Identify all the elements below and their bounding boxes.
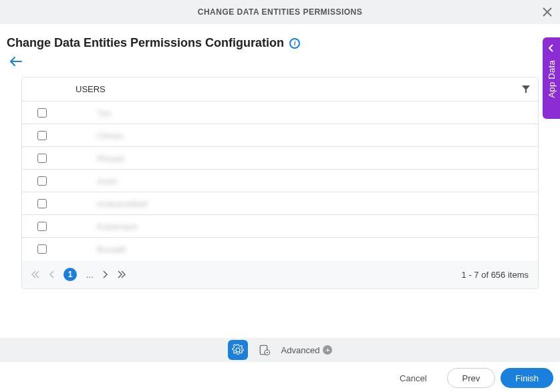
row-name-cell: Cilmes — [62, 130, 538, 142]
user-name: Rhoast — [97, 154, 124, 164]
users-table: USERS Tps Cilmes Rhoast Asert — [21, 77, 539, 289]
chevron-left-icon — [549, 44, 554, 52]
row-checkbox-cell — [22, 154, 62, 163]
cancel-button[interactable]: Cancel — [385, 368, 441, 388]
plus-icon: + — [323, 345, 332, 355]
row-name-cell: Tps — [62, 107, 538, 119]
table-row[interactable]: Tps — [22, 102, 538, 124]
user-name: Asert — [97, 176, 117, 186]
info-icon[interactable]: i — [289, 38, 300, 49]
table-row[interactable]: ActeulrsMeef — [22, 192, 538, 215]
row-name-cell: Bocadit — [62, 243, 538, 255]
first-page-icon[interactable] — [31, 270, 39, 278]
back-arrow-icon[interactable] — [10, 57, 553, 66]
subtitle-row: Change Data Entities Permissions Configu… — [7, 36, 553, 50]
side-panel-label: App Data — [547, 60, 557, 98]
footer-actions: Cancel Prev Finish — [385, 368, 553, 388]
row-checkbox[interactable] — [37, 131, 47, 140]
pager-nav: 1 ... — [31, 268, 126, 281]
side-panel-tab[interactable]: App Data — [543, 37, 560, 119]
modal-title: CHANGE DATA ENTITIES PERMISSIONS — [198, 7, 362, 17]
next-page-icon[interactable] — [103, 270, 108, 278]
column-header-users: USERS — [62, 84, 538, 94]
table-row[interactable]: Kolstmach — [22, 215, 538, 238]
filter-icon[interactable] — [522, 85, 530, 93]
main-content: Change Data Entities Permissions Configu… — [0, 24, 560, 289]
footer-toolbar: Advanced + — [0, 338, 560, 362]
modal-header: CHANGE DATA ENTITIES PERMISSIONS — [0, 0, 560, 24]
row-name-cell: Asert — [62, 175, 538, 187]
prev-button[interactable]: Prev — [447, 368, 496, 388]
row-checkbox[interactable] — [37, 108, 47, 118]
table-row[interactable]: Bocadit — [22, 238, 538, 260]
user-name: Kolstmach — [97, 222, 138, 232]
last-page-icon[interactable] — [118, 270, 126, 278]
user-name: Tps — [97, 108, 112, 118]
advanced-toggle[interactable]: Advanced + — [281, 345, 333, 355]
row-checkbox-cell — [22, 176, 62, 186]
page-ellipsis: ... — [86, 270, 94, 280]
row-checkbox-cell — [22, 244, 62, 254]
row-checkbox[interactable] — [37, 199, 47, 208]
row-checkbox[interactable] — [37, 222, 47, 231]
finish-button[interactable]: Finish — [501, 368, 553, 388]
row-name-cell: Kolstmach — [62, 220, 538, 232]
row-name-cell: Rhoast — [62, 152, 538, 164]
row-checkbox[interactable] — [37, 244, 47, 254]
pagination-bar: 1 ... 1 - 7 of 656 items — [22, 260, 538, 288]
row-checkbox-cell — [22, 108, 62, 118]
table-row[interactable]: Asert — [22, 170, 538, 192]
gear-icon[interactable] — [228, 340, 248, 360]
prev-page-icon[interactable] — [49, 270, 54, 278]
table-row[interactable]: Rhoast — [22, 147, 538, 170]
row-name-cell: ActeulrsMeef — [62, 198, 538, 210]
table-row[interactable]: Cilmes — [22, 124, 538, 147]
user-name: ActeulrsMeef — [97, 199, 148, 209]
row-checkbox-cell — [22, 199, 62, 208]
user-name: Bocadit — [97, 244, 126, 254]
advanced-label-text: Advanced — [281, 345, 320, 355]
svg-point-2 — [266, 352, 267, 353]
row-checkbox[interactable] — [37, 154, 47, 163]
current-page-number[interactable]: 1 — [63, 268, 77, 281]
close-icon[interactable] — [543, 7, 552, 17]
pagination-summary: 1 - 7 of 656 items — [462, 270, 529, 280]
row-checkbox-cell — [22, 131, 62, 140]
page-config-icon[interactable] — [255, 340, 275, 360]
table-header: USERS — [22, 77, 538, 102]
user-name: Cilmes — [97, 131, 124, 141]
row-checkbox-cell — [22, 222, 62, 231]
row-checkbox[interactable] — [37, 176, 47, 186]
page-title: Change Data Entities Permissions Configu… — [7, 36, 284, 50]
